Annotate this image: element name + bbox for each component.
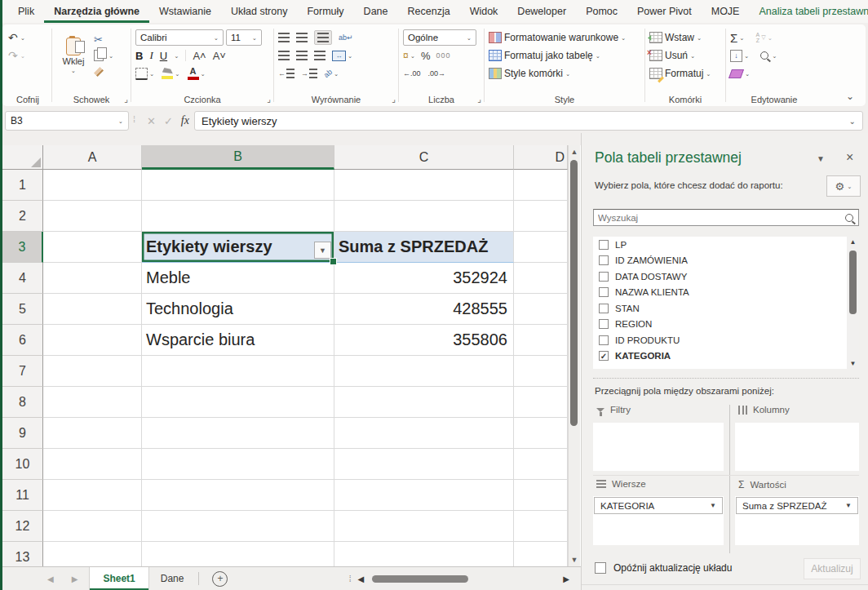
row-header-7[interactable]: 7 (2, 356, 43, 387)
new-sheet-button[interactable]: + (212, 571, 228, 587)
tab-dane[interactable]: Dane (354, 0, 398, 23)
cell-D11[interactable] (514, 480, 568, 511)
pane-options-icon[interactable]: ▼ (817, 154, 825, 163)
column-header-D[interactable]: D (514, 145, 568, 170)
cell-C9[interactable] (334, 418, 514, 449)
cell-A3[interactable] (43, 232, 142, 263)
rows-drop-area[interactable]: KATEGORIA ▼ (593, 496, 724, 545)
collapse-ribbon-icon[interactable]: ⌄ (846, 91, 854, 102)
tab-uklad-strony[interactable]: Układ strony (221, 0, 297, 23)
filters-drop-area[interactable] (593, 423, 724, 471)
cell-A11[interactable] (43, 480, 142, 511)
font-dialog-launcher[interactable]: ⌟ (267, 95, 271, 104)
name-box-dropdown-icon[interactable]: ⌄ (118, 118, 123, 125)
name-box[interactable]: B3 ⌄ (5, 111, 129, 131)
cell-A9[interactable] (43, 418, 142, 449)
align-right-icon[interactable] (314, 51, 326, 60)
cell-D8[interactable] (514, 387, 568, 418)
pivot-header-dropdown[interactable]: ▼ (314, 242, 331, 259)
select-all-corner[interactable] (2, 145, 43, 170)
cell-A1[interactable] (43, 170, 142, 201)
field-item-region[interactable]: REGION (593, 317, 859, 333)
enter-icon[interactable]: ✓ (164, 115, 173, 127)
undo-dropdown-icon[interactable]: ⌄ (20, 34, 25, 42)
row-header-12[interactable]: 12 (2, 511, 43, 542)
field-item-lp[interactable]: LP (593, 237, 859, 253)
cell-C2[interactable] (334, 201, 514, 232)
scroll-right-icon[interactable]: ▶ (563, 574, 569, 583)
paste-dropdown-icon[interactable]: ⌄ (71, 67, 76, 74)
cell-D3[interactable] (514, 232, 568, 263)
cell-D12[interactable] (514, 511, 568, 542)
field-checkbox[interactable] (599, 272, 609, 282)
cell-C4[interactable]: 352924 (334, 263, 514, 294)
cell-D7[interactable] (514, 356, 568, 387)
cell-A6[interactable] (43, 325, 142, 356)
align-top-icon[interactable] (278, 33, 290, 42)
redo-dropdown-icon[interactable]: ⌄ (20, 52, 25, 60)
scrollbar-grip[interactable]: ⁞ (349, 574, 352, 583)
conditional-formatting-button[interactable]: Formatowanie warunkowe⌄ (489, 29, 640, 47)
field-checkbox[interactable] (599, 287, 609, 297)
cell-B9[interactable] (142, 418, 334, 449)
decrease-decimal-icon[interactable]: .00→ (428, 69, 446, 78)
row-header-5[interactable]: 5 (2, 294, 43, 325)
accounting-format-button[interactable]: ¤⌄ (403, 47, 415, 64)
expand-formula-bar-icon[interactable]: ⌄ (849, 117, 856, 126)
tab-plik[interactable]: Plik (8, 0, 44, 23)
align-left-icon[interactable] (278, 51, 290, 60)
row-header-9[interactable]: 9 (2, 418, 43, 449)
vertical-scrollbar-thumb[interactable] (570, 160, 578, 426)
field-item-id-produktu[interactable]: ID PRODUKTU (593, 332, 859, 348)
autosum-button[interactable]: Σ⌄ (730, 29, 745, 47)
row-header-1[interactable]: 1 (2, 170, 43, 201)
row-header-11[interactable]: 11 (2, 480, 43, 511)
copy-button[interactable]: ⌄ (94, 49, 113, 62)
format-cells-button[interactable]: Formatuj⌄ (649, 64, 721, 82)
field-checkbox[interactable]: ✓ (599, 351, 609, 361)
scroll-down-icon[interactable]: ▼ (569, 556, 580, 564)
row-header-2[interactable]: 2 (2, 201, 43, 232)
column-header-A[interactable]: A (43, 145, 142, 170)
cell-A5[interactable] (43, 294, 142, 325)
align-middle-icon[interactable] (296, 33, 308, 42)
cell-C7[interactable] (334, 356, 514, 387)
tab-formuly[interactable]: Formuły (297, 0, 353, 23)
tab-pomoc[interactable]: Pomoc (576, 0, 627, 23)
cell-styles-button[interactable]: Style komórki⌄ (489, 64, 640, 82)
horizontal-scrollbar-thumb[interactable] (372, 575, 468, 583)
cell-A8[interactable] (43, 387, 142, 418)
scroll-up-icon[interactable]: ▲ (569, 148, 580, 156)
tab-deweloper[interactable]: Deweloper (507, 0, 576, 23)
undo-icon[interactable]: ↶ (8, 32, 18, 43)
field-checkbox[interactable] (599, 319, 609, 329)
cell-A4[interactable] (43, 263, 142, 294)
decrease-font-icon[interactable]: A˅ (213, 50, 226, 62)
underline-dropdown-icon[interactable]: ⌄ (174, 52, 179, 60)
cell-C12[interactable] (334, 511, 514, 542)
find-select-button[interactable]: ⌄ (760, 47, 777, 64)
cell-B7[interactable] (142, 356, 334, 387)
cell-B10[interactable] (142, 449, 334, 480)
cell-B3[interactable]: Etykiety wierszy▼ (142, 232, 334, 263)
field-list-scrollbar-thumb[interactable] (849, 251, 857, 314)
field-search-box[interactable] (593, 209, 859, 226)
update-button[interactable]: Aktualizuj (804, 558, 861, 579)
fill-button[interactable]: ↓⌄ (730, 47, 749, 64)
font-size-select[interactable]: 11⌄ (226, 29, 262, 46)
bold-button[interactable]: B (135, 50, 143, 62)
cell-C13[interactable] (334, 542, 514, 566)
tab-analiza-tabeli-przestawnej[interactable]: Analiza tabeli przestawnej (749, 0, 868, 23)
fill-handle[interactable] (330, 258, 337, 265)
insert-function-icon[interactable]: fx (181, 114, 189, 127)
sheet-nav-prev-icon[interactable]: ◀ (47, 574, 54, 583)
tools-button[interactable]: ⚙ ⌄ (826, 175, 861, 197)
values-field-dropdown-icon[interactable]: ▼ (845, 502, 852, 509)
cell-B4[interactable]: Meble (142, 263, 334, 294)
redo-icon[interactable]: ↷ (8, 50, 18, 61)
column-header-B[interactable]: B (142, 145, 334, 170)
cell-D9[interactable] (514, 418, 568, 449)
field-checkbox[interactable] (599, 240, 609, 250)
tab-wstawianie[interactable]: Wstawianie (149, 0, 221, 23)
field-search-input[interactable] (594, 213, 845, 223)
